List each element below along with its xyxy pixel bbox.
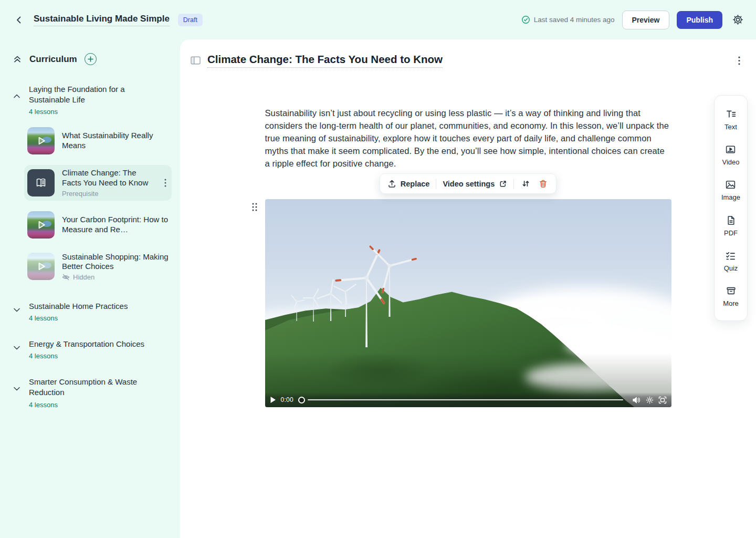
- video-settings-button[interactable]: Video settings: [443, 180, 507, 188]
- section-lesson-count: 4 lessons: [29, 352, 144, 360]
- section-header[interactable]: Sustainable Home Practices 4 lessons: [29, 301, 128, 322]
- sidebar-title: Curriculum: [29, 54, 77, 65]
- add-section-button[interactable]: [85, 53, 97, 65]
- section-header[interactable]: Energy & Transportation Choices 4 lesson…: [29, 339, 144, 360]
- insert-block-panel: Text Video Image PDF Quiz More: [714, 95, 748, 321]
- section-lesson-count: 4 lessons: [29, 401, 152, 409]
- delete-trash-icon[interactable]: [538, 178, 549, 189]
- curriculum-section: Sustainable Home Practices 4 lessons: [13, 301, 173, 322]
- insert-image-button[interactable]: Image: [721, 179, 740, 201]
- insert-label: Text: [724, 123, 737, 131]
- insert-video-button[interactable]: Video: [722, 144, 739, 166]
- insert-text-button[interactable]: Text: [724, 109, 737, 131]
- lesson-intro-paragraph[interactable]: Sustainability isn’t just about recyclin…: [265, 107, 671, 170]
- fullscreen-icon[interactable]: [658, 396, 667, 404]
- curriculum-sidebar: Curriculum Laying the Foundation for a S…: [0, 39, 180, 538]
- lesson-video-thumbnail[interactable]: [27, 127, 55, 154]
- chevron-down-icon[interactable]: [13, 385, 22, 393]
- lesson-page-title[interactable]: Climate Change: The Facts You Need to Kn…: [207, 53, 443, 68]
- lesson-editor-panel: Climate Change: The Facts You Need to Kn…: [180, 39, 756, 538]
- lesson-item[interactable]: Your Carbon Footprint: How to Measure an…: [24, 208, 172, 242]
- more-icon: [726, 285, 737, 296]
- drag-handle-icon[interactable]: [251, 202, 258, 212]
- pdf-icon: [726, 215, 737, 226]
- video-icon: [725, 144, 736, 155]
- last-saved-text: Last saved 4 minutes ago: [534, 16, 615, 24]
- settings-gear-icon[interactable]: [730, 12, 746, 28]
- section-header[interactable]: Laying the Foundation for a Sustainable …: [29, 84, 152, 116]
- image-icon: [725, 179, 736, 190]
- lesson-prerequisite-label: Prerequisite: [62, 190, 155, 198]
- curriculum-section: Smarter Consumption & Waste Reduction 4 …: [13, 377, 173, 408]
- section-lesson-count: 4 lessons: [29, 108, 152, 116]
- panel-left-toggle-icon[interactable]: [191, 56, 201, 65]
- collapse-all-icon[interactable]: [13, 55, 22, 64]
- topbar: Sustainable Living Made Simple Draft Las…: [0, 0, 756, 39]
- lesson-item-hidden[interactable]: Sustainable Shopping: Making Better Choi…: [24, 249, 172, 285]
- section-title: Smarter Consumption & Waste Reduction: [29, 377, 152, 398]
- chevron-down-icon[interactable]: [13, 344, 22, 352]
- volume-icon[interactable]: [632, 396, 641, 404]
- preview-button[interactable]: Preview: [622, 11, 670, 29]
- lesson-menu-kebab-icon[interactable]: [162, 177, 169, 189]
- lesson-reading-thumbnail[interactable]: [27, 169, 55, 196]
- toolbar-divider: [513, 179, 514, 189]
- plus-icon: [88, 56, 93, 62]
- chevron-left-icon: [14, 15, 24, 25]
- insert-quiz-button[interactable]: Quiz: [724, 250, 738, 272]
- insert-label: Quiz: [724, 264, 738, 272]
- chevron-down-icon[interactable]: [13, 306, 22, 314]
- insert-label: More: [723, 299, 739, 307]
- lesson-item-selected[interactable]: Climate Change: The Facts You Need to Kn…: [24, 165, 172, 201]
- section-title: Laying the Foundation for a Sustainable …: [29, 84, 152, 105]
- curriculum-section: Laying the Foundation for a Sustainable …: [13, 84, 173, 284]
- lesson-title: What Sustainability Really Means: [62, 131, 169, 151]
- status-badge: Draft: [178, 14, 203, 26]
- lesson-video-thumbnail[interactable]: [27, 253, 55, 280]
- video-block: 0:00: [265, 199, 671, 407]
- section-lesson-count: 4 lessons: [29, 314, 128, 322]
- text-icon: [726, 109, 737, 120]
- saved-check-icon: [521, 15, 530, 24]
- insert-label: PDF: [724, 229, 738, 237]
- section-title: Energy & Transportation Choices: [29, 339, 144, 349]
- lesson-title: Your Carbon Footprint: How to Measure an…: [62, 215, 169, 235]
- play-button-icon[interactable]: [270, 396, 276, 404]
- publish-button[interactable]: Publish: [677, 11, 722, 29]
- section-header[interactable]: Smarter Consumption & Waste Reduction 4 …: [29, 377, 152, 408]
- play-icon: [34, 218, 48, 232]
- insert-pdf-button[interactable]: PDF: [724, 215, 738, 237]
- toolbar-divider: [436, 179, 436, 189]
- curriculum-section: Energy & Transportation Choices 4 lesson…: [13, 339, 173, 360]
- chevron-up-icon[interactable]: [13, 92, 22, 100]
- course-title[interactable]: Sustainable Living Made Simple: [34, 14, 170, 26]
- lesson-options-kebab-icon[interactable]: [736, 54, 742, 67]
- lesson-video-thumbnail[interactable]: [27, 211, 55, 239]
- last-saved-status: Last saved 4 minutes ago: [521, 15, 615, 24]
- replace-label: Replace: [401, 180, 430, 188]
- insert-label: Video: [722, 158, 739, 166]
- lesson-item[interactable]: What Sustainability Really Means: [24, 124, 172, 158]
- section-title: Sustainable Home Practices: [29, 301, 128, 312]
- book-open-icon: [34, 176, 48, 190]
- insert-more-button[interactable]: More: [723, 285, 739, 307]
- video-current-time: 0:00: [281, 396, 294, 404]
- replace-button[interactable]: Replace: [387, 179, 430, 188]
- move-reorder-icon[interactable]: [520, 178, 531, 189]
- video-block-toolbar: Replace Video settings: [380, 173, 556, 194]
- play-icon: [34, 134, 48, 148]
- video-controls-bar: 0:00: [265, 392, 671, 407]
- video-settings-label: Video settings: [443, 180, 495, 188]
- quiz-icon: [725, 250, 736, 261]
- scrubber-handle[interactable]: [298, 397, 305, 404]
- upload-icon: [387, 179, 396, 188]
- insert-label: Image: [721, 193, 740, 201]
- eye-off-icon: [62, 273, 70, 281]
- video-settings-gear-icon[interactable]: [646, 396, 654, 404]
- lesson-title: Climate Change: The Facts You Need to Kn…: [62, 168, 155, 188]
- external-link-icon: [499, 180, 507, 188]
- video-player[interactable]: 0:00: [265, 199, 671, 407]
- progress-track[interactable]: [308, 399, 623, 400]
- back-button[interactable]: [12, 13, 26, 27]
- lesson-title: Sustainable Shopping: Making Better Choi…: [62, 252, 169, 272]
